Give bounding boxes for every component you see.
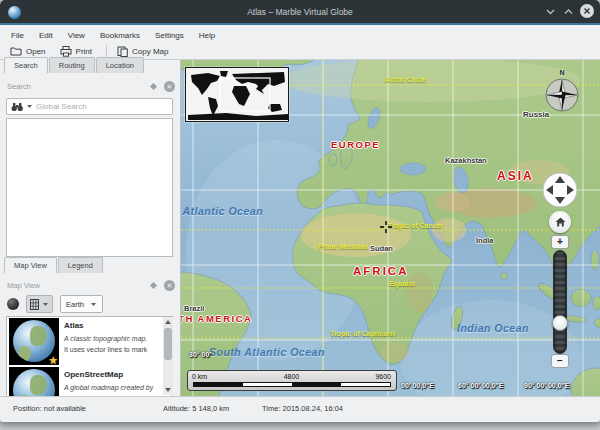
- menu-file[interactable]: File: [11, 31, 24, 40]
- binoculars-icon: [11, 102, 24, 112]
- zoom-out-button[interactable]: −: [551, 354, 569, 368]
- tab-routing[interactable]: Routing: [49, 57, 95, 73]
- search-results-list[interactable]: [6, 118, 173, 257]
- tab-location[interactable]: Location: [96, 57, 144, 73]
- zoom-slider-handle[interactable]: [552, 315, 568, 331]
- projection-grid-icon: [30, 299, 39, 310]
- scale-mid: 4800: [284, 373, 300, 380]
- open-button[interactable]: Open: [10, 46, 46, 56]
- map-theme-list[interactable]: ★ Atlas A classic topographic map. It us…: [6, 316, 173, 396]
- search-panel-title: Search: [7, 82, 151, 91]
- map-label-tropic-cancer: Tropic of Cancer: [388, 222, 443, 229]
- menubar: File Edit View Bookmarks Settings Help: [0, 27, 600, 43]
- panel-tabbar-top: Search Routing Location: [4, 57, 145, 73]
- tab-map-view[interactable]: Map View: [4, 257, 57, 273]
- home-button[interactable]: [549, 211, 571, 233]
- copy-map-button[interactable]: Copy Map: [117, 46, 168, 57]
- map-label-arctic-circle: Arctic Circle: [385, 76, 426, 83]
- folder-icon: [10, 46, 22, 56]
- overview-map[interactable]: [185, 67, 289, 122]
- float-panel-icon[interactable]: [150, 281, 157, 288]
- zoom-slider-track[interactable]: [553, 250, 567, 354]
- map-label-asia: ASIA: [497, 169, 534, 183]
- chevron-down-icon: [90, 302, 97, 307]
- window-title: Atlas – Marble Virtual Globe: [0, 7, 600, 17]
- menu-view[interactable]: View: [68, 31, 85, 40]
- maximize-icon[interactable]: [562, 5, 575, 18]
- menu-settings[interactable]: Settings: [155, 31, 184, 40]
- map-label-india: India: [476, 236, 494, 245]
- menu-edit[interactable]: Edit: [39, 31, 53, 40]
- main-area: Search Routing Location Search ✕: [0, 60, 600, 396]
- map-theme-openstreetmap[interactable]: OpenStreetMap A global roadmap created b…: [7, 366, 172, 396]
- scale-start: 0 km: [192, 373, 207, 380]
- close-icon[interactable]: [580, 4, 594, 18]
- minimize-icon[interactable]: [544, 5, 557, 18]
- map-label-tropic-capricorn: Tropic of Capricorn: [330, 330, 395, 337]
- atlas-thumbnail: ★: [9, 318, 59, 365]
- map-label-africa: AFRICA: [353, 265, 408, 277]
- zoom-in-button[interactable]: +: [551, 235, 569, 249]
- map-theme-atlas[interactable]: ★ Atlas A classic topographic map. It us…: [7, 317, 172, 366]
- map-label-europe: EUROPE: [331, 139, 380, 150]
- home-icon: [555, 217, 566, 227]
- search-input[interactable]: [36, 102, 146, 111]
- map-label-north-atlantic: North Atlantic Ocean: [180, 205, 263, 217]
- osm-thumbnail: [9, 367, 59, 396]
- map-label-brazil: Brazil: [184, 304, 204, 313]
- copy-map-icon: [117, 46, 128, 57]
- marble-window: Atlas – Marble Virtual Globe File Edit V…: [0, 0, 600, 422]
- map-label-south-america: SOUTH AMERICA: [180, 313, 252, 324]
- map-label-south-atlantic: South Atlantic Ocean: [209, 346, 325, 358]
- menu-help[interactable]: Help: [199, 31, 215, 40]
- sidebar: Search Routing Location Search ✕: [0, 60, 180, 396]
- crosshair-icon: [380, 221, 392, 233]
- close-panel-icon[interactable]: ✕: [164, 81, 175, 92]
- tab-legend[interactable]: Legend: [58, 257, 103, 273]
- map-label-indian-ocean: Indian Ocean: [457, 322, 529, 334]
- scale-bar: 0 km 4800 9600: [187, 370, 397, 391]
- overview-world: [186, 68, 288, 121]
- longitude-label-30e: 00' 00,0"E: [401, 382, 434, 389]
- map-label-kazakhstan: Kazakhstan: [445, 156, 487, 165]
- pan-control[interactable]: [538, 168, 582, 212]
- status-altitude: Altitude: 5 148,0 km: [163, 404, 229, 413]
- close-panel-icon[interactable]: ✕: [164, 280, 175, 291]
- longitude-label-90e: 90° 00' 00,0"E: [524, 382, 570, 389]
- scroll-up-icon[interactable]: [163, 317, 173, 327]
- tab-search[interactable]: Search: [4, 57, 48, 73]
- scroll-down-icon[interactable]: [163, 385, 173, 395]
- maplist-scrollbar[interactable]: [163, 317, 173, 395]
- toolbar-separator: [106, 45, 107, 57]
- status-time: Time: 2015.08.24, 16:04: [262, 404, 343, 413]
- favorite-star-icon[interactable]: ★: [48, 354, 58, 367]
- chevron-down-icon: [42, 302, 49, 307]
- print-button[interactable]: Print: [60, 46, 92, 57]
- status-position: Position: not available: [13, 404, 86, 413]
- map-label-sudan: Sudan: [370, 244, 393, 253]
- celestial-body-select[interactable]: Earth: [60, 295, 103, 313]
- float-panel-icon[interactable]: [150, 82, 157, 89]
- longitude-label-60e: 60° 00' 00,0"E: [458, 382, 504, 389]
- scrollbar-thumb[interactable]: [164, 328, 172, 360]
- mapview-controls: Earth: [7, 294, 103, 314]
- chevron-down-icon[interactable]: [26, 104, 33, 109]
- map-label-equator: Equator: [389, 280, 415, 287]
- printer-icon: [60, 46, 72, 57]
- celestial-globe-icon[interactable]: [7, 298, 19, 310]
- map-label-prime-meridian: Prime Meridian: [318, 243, 368, 250]
- scale-bar-gauge: [193, 382, 391, 387]
- projection-select[interactable]: [26, 295, 53, 313]
- compass-icon: [543, 76, 581, 114]
- scale-end: 9600: [375, 373, 391, 380]
- latitude-label-30s: 30° 00': [189, 351, 211, 358]
- compass-rose[interactable]: N: [542, 69, 582, 117]
- global-search-box[interactable]: [6, 98, 173, 115]
- search-panel-header: Search ✕: [7, 80, 175, 92]
- mapview-panel-title: Map View: [7, 281, 151, 290]
- compass-north-label: N: [542, 69, 582, 76]
- map-canvas[interactable]: EUROPE ASIA AFRICA SOUTH AMERICA Russia …: [180, 60, 600, 396]
- titlebar[interactable]: Atlas – Marble Virtual Globe: [0, 0, 600, 25]
- menu-bookmarks[interactable]: Bookmarks: [100, 31, 140, 40]
- mapview-panel-header: Map View ✕: [7, 279, 175, 291]
